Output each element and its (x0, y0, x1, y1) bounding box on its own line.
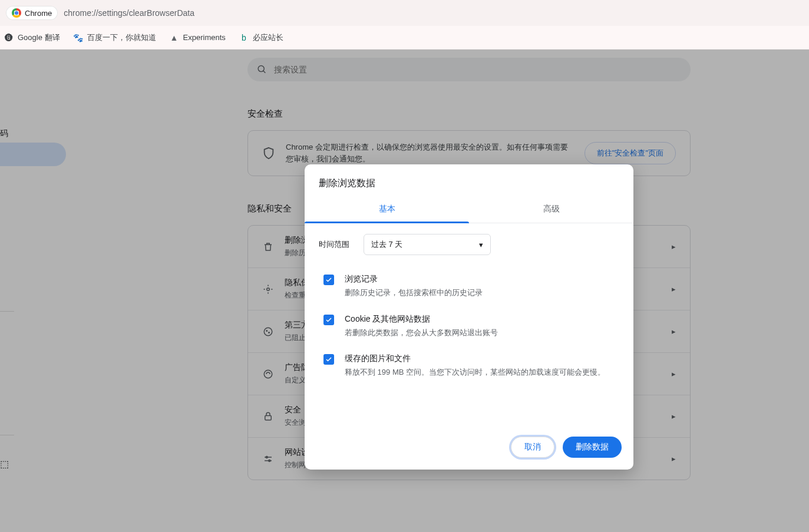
bookmark-experiments[interactable]: ▲ Experiments (169, 32, 226, 43)
time-range-row: 时间范围 过去 7 天 ▾ (319, 234, 619, 255)
baidu-icon: 🐾 (73, 32, 84, 43)
option-sub: 删除历史记录，包括搜索框中的历史记录 (345, 287, 483, 299)
cancel-button[interactable]: 取消 (511, 437, 554, 458)
dialog-body: 时间范围 过去 7 天 ▾ 浏览记录 删除历史记录，包括搜索框中的历史记录 Co… (305, 223, 633, 428)
checkbox-checked-icon[interactable] (323, 275, 334, 285)
time-range-label: 时间范围 (319, 239, 349, 250)
origin-label: Chrome (25, 9, 52, 18)
caret-down-icon: ▾ (479, 240, 483, 249)
checkbox-checked-icon[interactable] (323, 354, 334, 365)
option-browsing-history[interactable]: 浏览记录 删除历史记录，包括搜索框中的历史记录 (319, 268, 619, 308)
option-cached-images[interactable]: 缓存的图片和文件 释放不到 199 MB 空间。当您下次访问时，某些网站的加载速… (319, 348, 619, 388)
option-title: 缓存的图片和文件 (345, 353, 605, 364)
bing-icon: b (239, 32, 249, 43)
time-range-value: 过去 7 天 (371, 239, 402, 250)
clear-data-dialog: 删除浏览数据 基本 高级 时间范围 过去 7 天 ▾ 浏览记录 删除历史记录，包… (305, 164, 633, 470)
option-sub: 若删除此类数据，您会从大多数网站退出账号 (345, 327, 498, 339)
google-icon: 🅖 (4, 32, 14, 43)
delete-data-button[interactable]: 删除数据 (563, 437, 622, 458)
bookmark-google-translate[interactable]: 🅖 Google 翻译 (4, 32, 60, 43)
flask-icon: ▲ (169, 32, 180, 43)
chrome-icon (12, 8, 21, 18)
option-sub: 释放不到 199 MB 空间。当您下次访问时，某些网站的加载速度可能会更慢。 (345, 366, 605, 378)
tab-advanced[interactable]: 高级 (469, 197, 633, 223)
bookmark-label: Experiments (183, 33, 226, 42)
bookmark-baidu[interactable]: 🐾 百度一下，你就知道 (73, 32, 156, 43)
option-title: Cookie 及其他网站数据 (345, 314, 498, 325)
dialog-tabs: 基本 高级 (305, 197, 633, 223)
tab-basic[interactable]: 基本 (305, 197, 469, 223)
url-text[interactable]: chrome://settings/clearBrowserData (64, 8, 194, 18)
bookmark-label: Google 翻译 (18, 32, 60, 43)
bookmark-bing-webmaster[interactable]: b 必应站长 (239, 32, 283, 43)
time-range-select[interactable]: 过去 7 天 ▾ (364, 234, 491, 255)
bookmarks-bar: 🅖 Google 翻译 🐾 百度一下，你就知道 ▲ Experiments b … (0, 26, 809, 49)
origin-chip[interactable]: Chrome (6, 6, 58, 20)
address-bar: Chrome chrome://settings/clearBrowserDat… (0, 0, 809, 26)
dialog-title: 删除浏览数据 (305, 164, 633, 197)
bookmark-label: 必应站长 (253, 32, 283, 43)
option-cookies[interactable]: Cookie 及其他网站数据 若删除此类数据，您会从大多数网站退出账号 (319, 308, 619, 348)
bookmark-label: 百度一下，你就知道 (87, 32, 156, 43)
dialog-actions: 取消 删除数据 (305, 428, 633, 470)
option-title: 浏览记录 (345, 274, 483, 285)
checkbox-checked-icon[interactable] (323, 315, 334, 325)
